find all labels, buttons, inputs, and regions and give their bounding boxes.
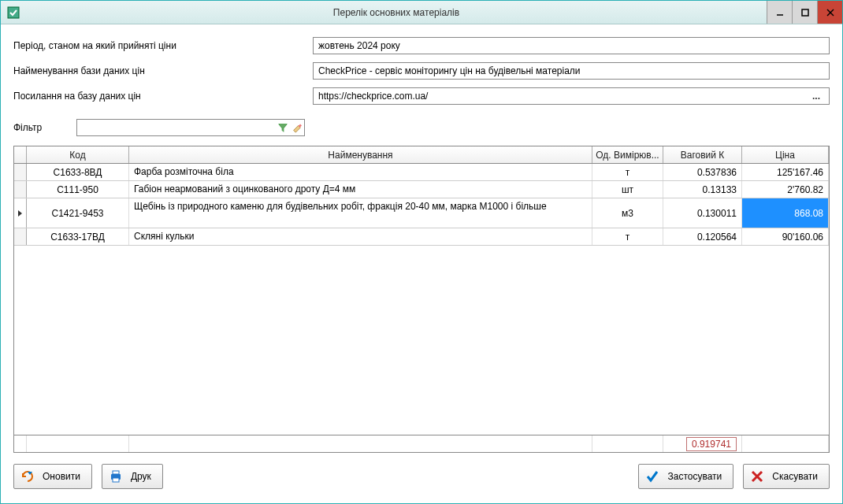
cell-name[interactable]: Габіон неармований з оцинкованого дроту … [129, 181, 592, 198]
row-marker [14, 228, 27, 245]
table-row[interactable]: С1633-17ВДСкляні кулькит0.12056490'160.0… [14, 228, 829, 246]
dbname-value: CheckPrice - сервіс моніторингу цін на б… [318, 65, 581, 76]
materials-grid: Код Найменування Од. Вимірюв... Ваговий … [13, 146, 830, 453]
grid-header-marker[interactable] [14, 146, 27, 163]
row-marker [14, 181, 27, 198]
grid-footer-name [129, 435, 592, 452]
svg-rect-2 [802, 9, 808, 16]
cell-weight[interactable]: 0.537836 [663, 164, 742, 180]
cell-price[interactable]: 2'760.82 [742, 181, 829, 198]
dblink-value: https://checkprice.com.ua/ [318, 91, 808, 102]
dbname-row: Найменування бази даних цін CheckPrice -… [13, 62, 830, 80]
window-title: Перелік основних матеріалів [26, 7, 767, 18]
table-row[interactable]: С1633-8ВДФарба розміточна білат0.5378361… [14, 164, 829, 181]
cancel-icon [750, 469, 764, 484]
cell-name[interactable]: Фарба розміточна біла [129, 164, 592, 180]
filter-box [76, 119, 305, 136]
filter-row: Фільтр [13, 119, 830, 136]
maximize-button[interactable] [792, 1, 817, 24]
content-area: Період, станом на який прийняті ціни жов… [1, 24, 842, 503]
grid-footer: 0.919741 [14, 435, 829, 452]
cancel-button[interactable]: Скасувати [743, 464, 830, 489]
table-row[interactable]: С111-950Габіон неармований з оцинкованог… [14, 181, 829, 198]
cell-price[interactable]: 868.08 [742, 198, 829, 228]
row-indicator-icon [18, 210, 22, 217]
period-value: жовтень 2024 року [318, 40, 400, 51]
cell-code[interactable]: С1633-17ВД [27, 228, 129, 245]
filter-clear-icon[interactable] [290, 120, 304, 135]
svg-rect-0 [8, 7, 19, 18]
table-row[interactable]: С1421-9453Щебінь із природного каменю дл… [14, 198, 829, 228]
cell-unit[interactable]: т [592, 228, 663, 245]
filter-funnel-icon[interactable] [276, 120, 290, 135]
cell-weight[interactable]: 0.130011 [663, 198, 742, 228]
check-icon [645, 469, 659, 484]
svg-rect-8 [113, 478, 119, 482]
grid-header-unit[interactable]: Од. Вимірюв... [592, 146, 663, 163]
refresh-button[interactable]: Оновити [13, 464, 92, 489]
grid-footer-price [742, 435, 829, 452]
cell-unit[interactable]: шт [592, 181, 663, 198]
minimize-button[interactable] [767, 1, 792, 24]
grid-header-code[interactable]: Код [27, 146, 129, 163]
cell-unit[interactable]: м3 [592, 198, 663, 228]
grid-header-price[interactable]: Ціна [742, 146, 829, 163]
main-window: Перелік основних матеріалів Період, стан… [0, 0, 843, 504]
refresh-label: Оновити [43, 471, 80, 482]
grid-footer-code [27, 435, 129, 452]
period-field[interactable]: жовтень 2024 року [313, 37, 830, 54]
cell-name[interactable]: Скляні кульки [129, 228, 592, 245]
dblink-label: Посилання на базу даних цін [13, 91, 313, 102]
row-marker [14, 164, 27, 180]
grid-header-name[interactable]: Найменування [129, 146, 592, 163]
refresh-icon [20, 469, 35, 484]
apply-label: Застосувати [667, 471, 722, 482]
grid-header: Код Найменування Од. Вимірюв... Ваговий … [14, 146, 829, 164]
cell-name[interactable]: Щебінь із природного каменю для будівель… [129, 198, 592, 228]
period-label: Період, станом на який прийняті ціни [13, 40, 313, 51]
dblink-field[interactable]: https://checkprice.com.ua/ ... [313, 87, 830, 105]
dblink-browse-button[interactable]: ... [808, 91, 824, 102]
dblink-row: Посилання на базу даних цін https://chec… [13, 87, 830, 105]
cell-code[interactable]: С111-950 [27, 181, 129, 198]
grid-footer-sum: 0.919741 [686, 437, 737, 451]
cell-code[interactable]: С1421-9453 [27, 198, 129, 228]
period-row: Період, станом на який прийняті ціни жов… [13, 37, 830, 54]
cell-unit[interactable]: т [592, 164, 663, 180]
cell-weight[interactable]: 0.120564 [663, 228, 742, 245]
cell-code[interactable]: С1633-8ВД [27, 164, 129, 180]
title-bar[interactable]: Перелік основних матеріалів [1, 1, 842, 24]
svg-rect-7 [113, 471, 119, 474]
dbname-field[interactable]: CheckPrice - сервіс моніторингу цін на б… [313, 62, 830, 80]
print-label: Друк [131, 471, 151, 482]
grid-footer-weight: 0.919741 [663, 435, 742, 452]
filter-input[interactable] [77, 120, 276, 135]
grid-footer-marker [14, 435, 27, 452]
filter-label: Фільтр [13, 122, 76, 133]
cancel-label: Скасувати [772, 471, 818, 482]
print-button[interactable]: Друк [102, 464, 163, 489]
print-icon [109, 469, 123, 484]
cell-price[interactable]: 90'160.06 [742, 228, 829, 245]
close-button[interactable] [817, 1, 842, 24]
window-controls [767, 1, 842, 24]
grid-body[interactable]: С1633-8ВДФарба розміточна білат0.5378361… [14, 164, 829, 435]
button-bar: Оновити Друк Застосувати Скасувати [13, 456, 830, 491]
dbname-label: Найменування бази даних цін [13, 65, 313, 76]
cell-weight[interactable]: 0.13133 [663, 181, 742, 198]
app-icon [7, 6, 20, 19]
apply-button[interactable]: Застосувати [638, 464, 733, 489]
cell-price[interactable]: 125'167.46 [742, 164, 829, 180]
grid-header-weight[interactable]: Ваговий К [663, 146, 742, 163]
row-marker [14, 198, 27, 228]
grid-footer-unit [592, 435, 663, 452]
